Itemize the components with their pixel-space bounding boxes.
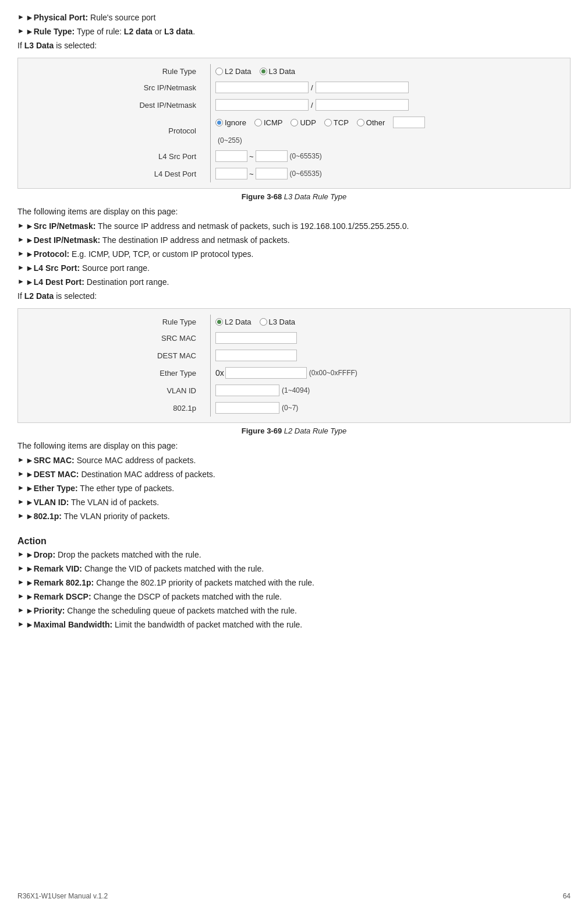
l2-divider xyxy=(201,315,211,329)
l3-rule-type-radio-group: L2 Data L3 Data xyxy=(215,67,452,76)
l3-form-table: Rule Type L2 Data L3 Data xyxy=(131,64,457,182)
l2-form-table: Rule Type L2 Data L3 Data xyxy=(131,315,457,417)
l2-ether-type-label: Ether Type xyxy=(131,364,201,382)
proto-other-input[interactable] xyxy=(393,117,425,128)
l3-l2data-option[interactable]: L2 Data xyxy=(215,67,252,76)
src-ip-input[interactable] xyxy=(215,82,309,93)
proto-other-radio[interactable] xyxy=(357,119,364,126)
l3-dest-ip-label: Dest IP/Netmask xyxy=(131,96,201,114)
arrow-protocol: ► xyxy=(17,248,24,259)
l4dest-bullet: ► ►L4 Dest Port: Destination port range. xyxy=(17,276,571,288)
proto-other-label: Other xyxy=(366,118,385,127)
dest-slash: / xyxy=(311,101,313,110)
arrow-vlan-id: ► xyxy=(17,496,24,507)
l4dest-start-input[interactable] xyxy=(215,168,247,179)
proto-tcp-option[interactable]: TCP xyxy=(324,118,349,127)
l3-l4dest-divider xyxy=(201,165,211,182)
arrow-dest-ip: ► xyxy=(17,234,24,245)
proto-ignore-radio[interactable] xyxy=(215,119,223,126)
proto-icmp-label: ICMP xyxy=(264,118,283,127)
dest-ip-text: ►Dest IP/Netmask: The destination IP add… xyxy=(26,234,290,246)
l3-dest-ip-content: / xyxy=(211,96,458,114)
remark-vid-bullet: ► ►Remark VID: Change the VID of packets… xyxy=(17,563,571,575)
l3-protocol-label: Protocol xyxy=(131,114,201,147)
l3-l2data-radio[interactable] xyxy=(215,68,223,75)
src-mac-input[interactable] xyxy=(215,332,297,344)
proto-other-option[interactable]: Other xyxy=(357,118,385,127)
l4dest-end-input[interactable] xyxy=(256,168,288,179)
proto-udp-radio[interactable] xyxy=(291,119,298,126)
l4src-end-input[interactable] xyxy=(256,150,288,162)
l4src-text: ►L4 Src Port: Source port range. xyxy=(26,262,150,274)
l2-8021p-row: 802.1p (0~7) xyxy=(131,399,457,417)
src-netmask-input[interactable] xyxy=(316,82,409,93)
rule-type-text: ►Rule Type: Type of rule: L2 data or L3 … xyxy=(26,26,195,38)
proto-ignore-option[interactable]: Ignore xyxy=(215,118,246,127)
dest-ip-input[interactable] xyxy=(215,99,309,111)
l3-l4src-row: L4 Src Port ~ (0~65535) xyxy=(131,147,457,165)
l2-l2data-radio[interactable] xyxy=(215,318,223,326)
l2-8021p-divider xyxy=(201,399,211,417)
src-ip-text: ►Src IP/Netmask: The source IP address a… xyxy=(26,220,409,232)
l2-rule-type-row: Rule Type L2 Data L3 Data xyxy=(131,315,457,329)
protocol-bullet: ► ►Protocol: E.g. ICMP, UDP, TCP, or cus… xyxy=(17,248,571,260)
8021p-input[interactable] xyxy=(215,402,279,414)
l4src-start-input[interactable] xyxy=(215,150,247,162)
physical-port-label: ►Physical Port: Rule's source port xyxy=(26,12,156,24)
proto-ignore-label: Ignore xyxy=(225,118,246,127)
dest-netmask-input[interactable] xyxy=(316,99,409,111)
l2-dest-mac-divider xyxy=(201,347,211,364)
dest-mac-input[interactable] xyxy=(215,350,297,361)
l3-src-ip-content: / xyxy=(211,79,458,96)
action-heading: Action xyxy=(17,536,571,547)
proto-udp-label: UDP xyxy=(300,118,316,127)
proto-udp-option[interactable]: UDP xyxy=(291,118,316,127)
maximal-bw-bullet: ► ►Maximal Bandwidth: Limit the bandwidt… xyxy=(17,619,571,631)
proto-icmp-radio[interactable] xyxy=(254,119,262,126)
l2-l3data-option[interactable]: L3 Data xyxy=(260,318,296,326)
l3-l3data-option[interactable]: L3 Data xyxy=(260,67,296,76)
l3-l4dest-label: L4 Dest Port xyxy=(131,165,201,182)
l2-ether-type-row: Ether Type 0x (0x00~0xFFFF) xyxy=(131,364,457,382)
l3-protocol-radio-group: Ignore ICMP UDP xyxy=(215,117,452,144)
arrow-priority: ► xyxy=(17,605,24,616)
l3-src-ip-label: Src IP/Netmask xyxy=(131,79,201,96)
priority-text: ►Priority: Change the scheduling queue o… xyxy=(26,605,297,617)
l3-protocol-divider xyxy=(201,114,211,147)
ether-type-input[interactable] xyxy=(225,367,307,379)
l4src-range-hint: (0~65535) xyxy=(290,152,322,160)
l3-l3data-radio[interactable] xyxy=(260,68,267,75)
vlan-id-text: ►VLAN ID: The VLAN id of packets. xyxy=(26,496,159,509)
arrow-physical-port: ► xyxy=(17,12,24,23)
l3-rule-type-options: L2 Data L3 Data xyxy=(211,64,458,79)
remark-dscp-text: ►Remark DSCP: Change the DSCP of packets… xyxy=(26,591,282,603)
arrow-maximal-bw: ► xyxy=(17,619,24,630)
l2-vlan-id-divider xyxy=(201,382,211,399)
vlan-id-input[interactable] xyxy=(215,385,279,396)
arrow-remark-vid: ► xyxy=(17,563,24,574)
l2-l3data-label: L3 Data xyxy=(269,318,296,326)
l2-ether-type-divider xyxy=(201,364,211,382)
arrow-src-ip: ► xyxy=(17,220,24,231)
priority-bullet: ► ►Priority: Change the scheduling queue… xyxy=(17,605,571,617)
l4dest-tilde: ~ xyxy=(249,170,254,178)
protocol-text: ►Protocol: E.g. ICMP, UDP, TCP, or custo… xyxy=(26,248,254,260)
l2-l2data-option[interactable]: L2 Data xyxy=(215,318,252,326)
proto-icmp-option[interactable]: ICMP xyxy=(254,118,283,127)
if-l3-line: If L3 Data is selected: xyxy=(17,40,571,52)
l2-l3data-radio[interactable] xyxy=(260,318,267,326)
l4src-bullet: ► ►L4 Src Port: Source port range. xyxy=(17,262,571,274)
proto-tcp-radio[interactable] xyxy=(324,119,332,126)
l2-src-mac-divider xyxy=(201,329,211,347)
following-items-1: The following items are display on this … xyxy=(17,206,571,218)
src-slash: / xyxy=(311,83,313,92)
l2-figure-inner: Rule Type L2 Data L3 Data xyxy=(131,315,457,417)
l3-l4dest-row: L4 Dest Port ~ (0~65535) xyxy=(131,165,457,182)
page-content: ► ►Physical Port: Rule's source port ► ►… xyxy=(17,12,571,631)
l3-l4src-content: ~ (0~65535) xyxy=(211,147,458,165)
proto-range-hint: (0~255) xyxy=(218,136,242,144)
arrow-src-mac: ► xyxy=(17,454,24,466)
drop-text: ►Drop: Drop the packets matched with the… xyxy=(26,549,201,561)
l2-8021p-label: 802.1p xyxy=(131,399,201,417)
l2-rule-type-options: L2 Data L3 Data xyxy=(211,315,458,329)
